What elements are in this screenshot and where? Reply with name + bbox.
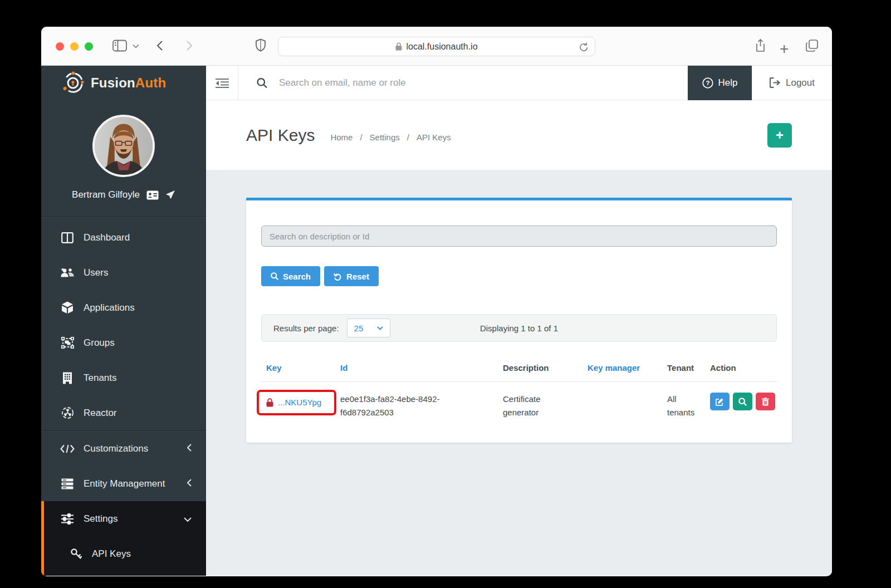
edit-key-button[interactable] xyxy=(710,393,730,410)
breadcrumb-api-keys: API Keys xyxy=(417,133,451,142)
new-tab-icon[interactable]: + xyxy=(780,40,789,58)
api-key-link[interactable]: ...NKU5Ypg xyxy=(266,393,324,409)
column-description: Description xyxy=(503,363,588,373)
fusionauth-wordmark: FusionAuth xyxy=(91,75,166,91)
outdent-icon xyxy=(216,78,229,88)
key-manager-cell xyxy=(588,393,667,419)
description-cell: Certificate generator xyxy=(503,393,588,419)
applications-icon xyxy=(60,301,75,314)
sidebar-item-groups[interactable]: Groups xyxy=(41,325,206,360)
sidebar-item-users[interactable]: Users xyxy=(41,255,206,290)
undo-icon xyxy=(334,272,342,281)
tenant-cell: All tenants xyxy=(667,393,710,419)
id-cell: ee0e1f3a-fa82-4ebe-8492-f6d8792a2503 xyxy=(340,393,503,419)
reset-button[interactable]: Reset xyxy=(324,266,379,286)
content-area: Search Reset Results per page: 25 xyxy=(206,170,832,576)
chevron-down-icon xyxy=(377,326,383,330)
trash-icon xyxy=(762,398,769,406)
chevron-left-icon xyxy=(187,478,192,489)
collapse-sidebar-button[interactable] xyxy=(206,66,238,100)
breadcrumb: Home / Settings / API Keys xyxy=(330,133,451,142)
user-block: Bertram Gilfoyle xyxy=(41,100,206,217)
key-icon xyxy=(68,548,83,560)
chevron-down-icon[interactable] xyxy=(133,44,139,48)
view-key-button[interactable] xyxy=(733,393,752,410)
fusionauth-logo[interactable]: FusionAuth xyxy=(41,66,206,100)
privacy-shield-icon[interactable] xyxy=(255,38,266,53)
back-icon[interactable] xyxy=(156,40,163,51)
logout-button[interactable]: Logout xyxy=(752,66,832,100)
send-icon[interactable] xyxy=(165,190,175,200)
topbar: ? Help Logout xyxy=(206,66,832,100)
reload-icon[interactable] xyxy=(579,42,589,52)
fusionauth-logo-icon xyxy=(61,71,85,95)
sidebar-item-tenants[interactable]: Tenants xyxy=(41,360,206,395)
help-button[interactable]: ? Help xyxy=(688,66,752,100)
column-id[interactable]: Id xyxy=(340,363,503,373)
reactor-icon xyxy=(60,406,75,419)
chevron-left-icon xyxy=(187,443,192,454)
column-key-manager[interactable]: Key manager xyxy=(588,363,667,373)
browser-window: local.fusionauth.io + xyxy=(41,27,832,576)
svg-text:?: ? xyxy=(706,80,709,86)
key-cell: ...NKU5Ypg xyxy=(266,393,340,419)
description-search-input[interactable] xyxy=(261,226,777,247)
sidebar-nav: Dashboard Users xyxy=(41,217,206,501)
sidebar-toggle-icon[interactable] xyxy=(112,40,127,52)
id-card-icon[interactable] xyxy=(146,190,159,200)
search-button[interactable]: Search xyxy=(261,266,320,286)
sidebar-item-api-keys[interactable]: API Keys xyxy=(44,536,206,571)
api-keys-card: Search Reset Results per page: 25 xyxy=(246,198,792,443)
column-action: Action xyxy=(710,363,772,373)
groups-icon xyxy=(60,337,75,349)
minimize-window-button[interactable] xyxy=(70,42,79,51)
sidebar-item-settings[interactable]: Settings xyxy=(44,501,206,536)
logout-icon xyxy=(770,77,780,88)
sidebar-item-entity-management[interactable]: Entity Management xyxy=(41,466,206,501)
search-icon xyxy=(738,398,747,406)
sidebar: FusionAuth xyxy=(41,66,206,576)
breadcrumb-settings[interactable]: Settings xyxy=(370,133,400,142)
server-stack-icon xyxy=(60,478,75,489)
user-name: Bertram Gilfoyle xyxy=(72,189,140,200)
sidebar-item-customizations[interactable]: Customizations xyxy=(41,431,206,466)
search-icon xyxy=(271,272,278,280)
share-icon[interactable] xyxy=(756,38,767,53)
address-bar[interactable]: local.fusionauth.io xyxy=(278,37,595,56)
breadcrumb-home[interactable]: Home xyxy=(330,133,353,142)
tab-overview-icon[interactable] xyxy=(805,39,819,52)
close-window-button[interactable] xyxy=(56,42,64,51)
api-keys-table: Key Id Description Key manager Tenant Ac… xyxy=(261,355,777,419)
add-api-key-button[interactable]: + xyxy=(767,123,792,148)
column-key[interactable]: Key xyxy=(266,363,340,373)
results-per-page-label: Results per page: xyxy=(273,324,339,333)
tenants-icon xyxy=(60,372,75,384)
chevron-down-icon xyxy=(184,513,192,525)
delete-key-button[interactable] xyxy=(756,393,775,410)
sidebar-item-dashboard[interactable]: Dashboard xyxy=(41,220,206,255)
sidebar-item-reactor[interactable]: Reactor xyxy=(41,395,206,430)
table-row: ...NKU5Ypg ee0e1f3a-fa82-4ebe-8492-f6d87… xyxy=(266,382,772,419)
avatar xyxy=(92,115,155,177)
results-bar: Results per page: 25 Displaying 1 to 1 o… xyxy=(261,314,777,342)
page-header: API Keys Home / Settings / API Keys + xyxy=(206,100,832,170)
search-icon xyxy=(257,77,267,89)
column-tenant: Tenant xyxy=(667,363,710,373)
global-search xyxy=(238,66,688,100)
table-header: Key Id Description Key manager Tenant Ac… xyxy=(266,355,772,381)
sidebar-item-applications[interactable]: Applications xyxy=(41,290,206,325)
code-icon xyxy=(60,444,75,453)
results-per-page-select[interactable]: 25 xyxy=(347,318,390,337)
row-actions xyxy=(710,393,775,419)
settings-section: Settings API Keys xyxy=(41,501,206,576)
sliders-icon xyxy=(60,513,75,525)
global-search-input[interactable] xyxy=(279,77,688,89)
zoom-window-button[interactable] xyxy=(85,42,93,51)
question-circle-icon: ? xyxy=(702,77,713,89)
lock-icon xyxy=(395,42,402,51)
lock-icon xyxy=(266,398,273,407)
page-title: API Keys xyxy=(246,126,315,145)
browser-toolbar: local.fusionauth.io + xyxy=(41,27,832,66)
forward-icon[interactable] xyxy=(186,40,193,51)
dashboard-icon xyxy=(60,232,75,243)
